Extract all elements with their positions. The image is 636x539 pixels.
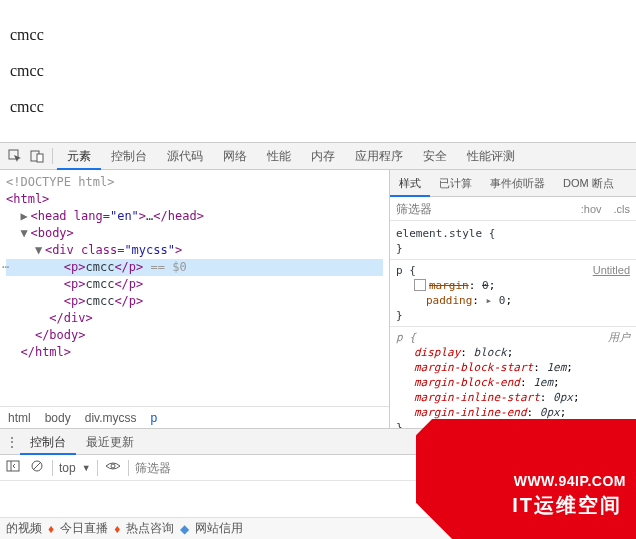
source-link[interactable]: Untitled <box>593 263 630 278</box>
styles-filter-input[interactable] <box>390 202 575 216</box>
styles-pane: 样式 已计算 事件侦听器 DOM 断点 :hov .cls element.st… <box>390 170 636 428</box>
inspect-icon[interactable] <box>4 149 26 163</box>
tabbar-separator <box>52 148 53 164</box>
page-paragraph: cmcc <box>10 26 626 44</box>
prop-checkbox[interactable] <box>414 279 426 291</box>
rules-list: element.style { } p { Untitled margin: 0… <box>390 221 636 428</box>
dom-p[interactable]: <p>cmcc</p> <box>6 276 383 293</box>
kebab-icon[interactable]: ⋮ <box>4 435 20 449</box>
dom-doctype[interactable]: <!DOCTYPE html> <box>6 174 383 191</box>
bottom-item[interactable]: 的视频 <box>6 520 42 537</box>
console-sidebar-icon[interactable] <box>4 459 22 476</box>
console-filter-input[interactable] <box>135 461 590 475</box>
dom-p[interactable]: <p>cmcc</p> <box>6 293 383 310</box>
page-paragraph: cmcc <box>10 98 626 116</box>
rule-p-useragent[interactable]: p { 用户 display: block; margin-block-star… <box>390 327 636 428</box>
dom-breadcrumb: html body div.mycss p <box>0 406 389 428</box>
styles-tab-dombp[interactable]: DOM 断点 <box>554 170 623 197</box>
drawer-tab-recent[interactable]: 最近更新 <box>76 429 144 455</box>
tab-network[interactable]: 网络 <box>213 143 257 170</box>
tab-security[interactable]: 安全 <box>413 143 457 170</box>
rule-p-author[interactable]: p { Untitled margin: 0; padding: ▸ 0; } <box>390 260 636 327</box>
bottom-item[interactable]: 网站信用 <box>195 520 243 537</box>
devtools-panel: 元素 控制台 源代码 网络 性能 内存 应用程序 安全 性能评测 <!DOCTY… <box>0 142 636 481</box>
devtools-tabbar: 元素 控制台 源代码 网络 性能 内存 应用程序 安全 性能评测 <box>0 143 636 170</box>
tab-sources[interactable]: 源代码 <box>157 143 213 170</box>
page-paragraph: cmcc <box>10 62 626 80</box>
eye-icon[interactable] <box>104 459 122 476</box>
bottom-item[interactable]: 热点咨询 <box>126 520 174 537</box>
toolbar-separator <box>97 460 98 476</box>
flame-icon: ♦ <box>48 522 54 536</box>
tab-audits[interactable]: 性能评测 <box>457 143 525 170</box>
cls-toggle[interactable]: .cls <box>608 203 637 215</box>
dom-div-close[interactable]: </div> <box>6 310 383 327</box>
tab-elements[interactable]: 元素 <box>57 143 101 170</box>
dom-tree[interactable]: <!DOCTYPE html> <html> ▶<head lang="en">… <box>0 170 389 406</box>
crumb-p[interactable]: p <box>150 411 157 425</box>
tab-performance[interactable]: 性能 <box>257 143 301 170</box>
drawer-tabbar: ⋮ 控制台 最近更新 <box>0 429 636 455</box>
toolbar-separator <box>128 460 129 476</box>
log-level-selector[interactable]: 默认级 <box>596 459 632 476</box>
console-toolbar: top ▼ 默认级 <box>0 455 636 481</box>
chevron-down-icon[interactable]: ▼ <box>82 463 91 473</box>
tab-application[interactable]: 应用程序 <box>345 143 413 170</box>
styles-tab-styles[interactable]: 样式 <box>390 170 430 197</box>
styles-tab-listeners[interactable]: 事件侦听器 <box>481 170 554 197</box>
watermark-brand: IT运维空间 <box>512 492 622 519</box>
toolbar-separator <box>52 460 53 476</box>
device-toggle-icon[interactable] <box>26 149 48 163</box>
context-selector[interactable]: top <box>59 461 76 475</box>
bottom-item[interactable]: 今日直播 <box>60 520 108 537</box>
crumb-body[interactable]: body <box>45 411 71 425</box>
ua-label: 用户 <box>608 330 630 345</box>
svg-rect-2 <box>37 154 43 162</box>
dom-body-open[interactable]: ▼<body> <box>6 225 383 242</box>
tab-memory[interactable]: 内存 <box>301 143 345 170</box>
dom-head[interactable]: ▶<head lang="en">…</head> <box>6 208 383 225</box>
drawer-tab-console[interactable]: 控制台 <box>20 429 76 455</box>
crumb-html[interactable]: html <box>8 411 31 425</box>
dom-html-open[interactable]: <html> <box>6 191 383 208</box>
flame-icon: ♦ <box>114 522 120 536</box>
styles-tab-computed[interactable]: 已计算 <box>430 170 481 197</box>
crumb-div[interactable]: div.mycss <box>85 411 137 425</box>
styles-tabbar: 样式 已计算 事件侦听器 DOM 断点 <box>390 170 636 197</box>
rule-element-style[interactable]: element.style { } <box>390 223 636 260</box>
tab-console[interactable]: 控制台 <box>101 143 157 170</box>
clear-console-icon[interactable] <box>28 459 46 476</box>
dom-tree-pane: <!DOCTYPE html> <html> ▶<head lang="en">… <box>0 170 390 428</box>
hov-toggle[interactable]: :hov <box>575 203 608 215</box>
svg-point-7 <box>111 464 115 468</box>
drawer: ⋮ 控制台 最近更新 top ▼ 默认级 <box>0 428 636 481</box>
browser-bottom-bar: 的视频 ♦ 今日直播 ♦ 热点咨询 ◆ 网站信用 <box>0 517 636 539</box>
dom-p-selected[interactable]: ⋯ <p>cmcc</p> == $0 <box>6 259 383 276</box>
styles-filter-row: :hov .cls <box>390 197 636 221</box>
dom-html-close[interactable]: </html> <box>6 344 383 361</box>
dom-body-close[interactable]: </body> <box>6 327 383 344</box>
svg-line-6 <box>33 462 41 470</box>
shield-icon: ◆ <box>180 522 189 536</box>
rendered-page: cmcc cmcc cmcc <box>0 0 636 142</box>
dom-div-open[interactable]: ▼<div class="mycss"> <box>6 242 383 259</box>
